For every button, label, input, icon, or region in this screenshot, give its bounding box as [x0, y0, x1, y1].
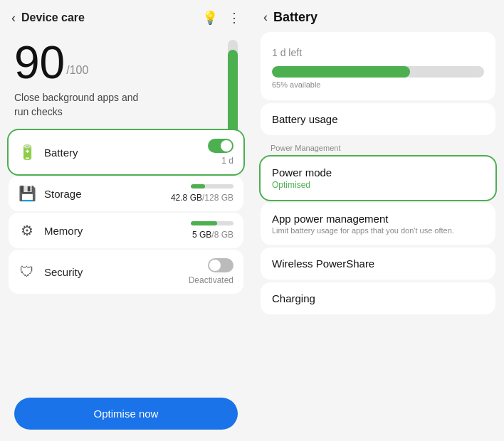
- score-display: 90/100: [14, 40, 238, 85]
- power-mode-card[interactable]: Power mode Optimised: [261, 156, 495, 200]
- items-list: 🔋 Battery 1 d 💾 Storage 42.8 GB/128 GB ⚙: [0, 130, 252, 389]
- memory-icon: ⚙: [19, 222, 36, 239]
- battery-value: 1 d: [221, 156, 233, 166]
- right-header: ‹ Battery: [252, 0, 504, 32]
- score-bar: [228, 40, 238, 139]
- storage-label: Storage: [44, 188, 162, 200]
- more-icon[interactable]: ⋮: [228, 10, 241, 26]
- app-power-card[interactable]: App power management Limit battery usage…: [261, 203, 495, 245]
- storage-current: 42.8 GB: [171, 193, 202, 203]
- storage-bar: [191, 184, 233, 188]
- power-management-label: Power Management: [261, 138, 495, 154]
- memory-item[interactable]: ⚙ Memory 5 GB/8 GB: [9, 213, 243, 248]
- battery-label: Battery: [44, 147, 199, 159]
- left-header-icons: 💡 ⋮: [202, 10, 241, 26]
- right-back-button[interactable]: ‹: [263, 10, 268, 25]
- right-panel: ‹ Battery 1 d left 65% available Battery…: [252, 0, 504, 441]
- security-right: Deactivated: [189, 258, 233, 285]
- security-value: Deactivated: [189, 275, 233, 285]
- app-power-title: App power management: [272, 213, 484, 225]
- left-header: ‹ Device care 💡 ⋮: [0, 0, 252, 33]
- security-icon: 🛡: [19, 264, 36, 280]
- memory-right: 5 GB/8 GB: [191, 221, 233, 240]
- score-section: 90/100 Close background apps and run che…: [0, 33, 252, 130]
- score-left: 90/100 Close background apps and run che…: [14, 40, 238, 119]
- memory-current: 5 GB: [192, 230, 211, 240]
- power-mode-title: Power mode: [272, 166, 484, 179]
- right-content: 1 d left 65% available Battery usage Pow…: [252, 32, 504, 441]
- score-number: 90: [14, 37, 65, 88]
- battery-available: 65% available: [272, 80, 484, 89]
- score-denom: /100: [66, 64, 88, 76]
- memory-bar-fill: [191, 221, 217, 225]
- battery-toggle[interactable]: [208, 139, 233, 153]
- bulb-icon[interactable]: 💡: [202, 10, 218, 26]
- storage-total: /128 GB: [202, 193, 233, 203]
- security-item[interactable]: 🛡 Security Deactivated: [9, 250, 243, 294]
- memory-total: /8 GB: [211, 230, 233, 240]
- score-description: Close background apps and run checks: [14, 91, 142, 119]
- security-toggle[interactable]: [208, 258, 233, 272]
- battery-days-text: 1 d left: [272, 42, 484, 60]
- power-mode-status: Optimised: [272, 180, 484, 190]
- battery-days-number: 1 d: [272, 47, 285, 58]
- left-header-left: ‹ Device care: [11, 11, 85, 26]
- battery-usage-card[interactable]: Battery usage: [261, 103, 495, 135]
- left-panel: ‹ Device care 💡 ⋮ 90/100 Close backgroun…: [0, 0, 252, 441]
- storage-values: 42.8 GB/128 GB: [171, 193, 233, 203]
- app-power-subtitle: Limit battery usage for apps that you do…: [272, 226, 484, 235]
- battery-days-section: 1 d left 65% available: [261, 32, 495, 100]
- storage-right: 42.8 GB/128 GB: [171, 184, 233, 203]
- charging-card[interactable]: Charging: [261, 282, 495, 314]
- battery-days-suffix: left: [285, 47, 302, 58]
- battery-item[interactable]: 🔋 Battery 1 d: [9, 130, 243, 174]
- score-bar-fill: [228, 50, 238, 139]
- security-label: Security: [44, 266, 180, 278]
- right-panel-title: Battery: [273, 10, 317, 25]
- storage-icon: 💾: [19, 185, 36, 202]
- wireless-title: Wireless PowerShare: [272, 257, 484, 270]
- left-panel-title: Device care: [21, 11, 85, 24]
- battery-level-bar: [272, 66, 484, 78]
- storage-bar-fill: [191, 184, 205, 188]
- optimize-button[interactable]: Optimise now: [14, 398, 238, 430]
- memory-bar: [191, 221, 233, 225]
- storage-item[interactable]: 💾 Storage 42.8 GB/128 GB: [9, 176, 243, 211]
- wireless-card[interactable]: Wireless PowerShare: [261, 248, 495, 280]
- battery-level-fill: [272, 66, 410, 78]
- memory-label: Memory: [44, 225, 182, 237]
- battery-right: 1 d: [208, 139, 233, 166]
- back-button[interactable]: ‹: [11, 11, 16, 26]
- memory-values: 5 GB/8 GB: [192, 230, 233, 240]
- battery-icon: 🔋: [19, 144, 36, 161]
- battery-usage-title: Battery usage: [272, 113, 484, 125]
- charging-title: Charging: [272, 292, 484, 304]
